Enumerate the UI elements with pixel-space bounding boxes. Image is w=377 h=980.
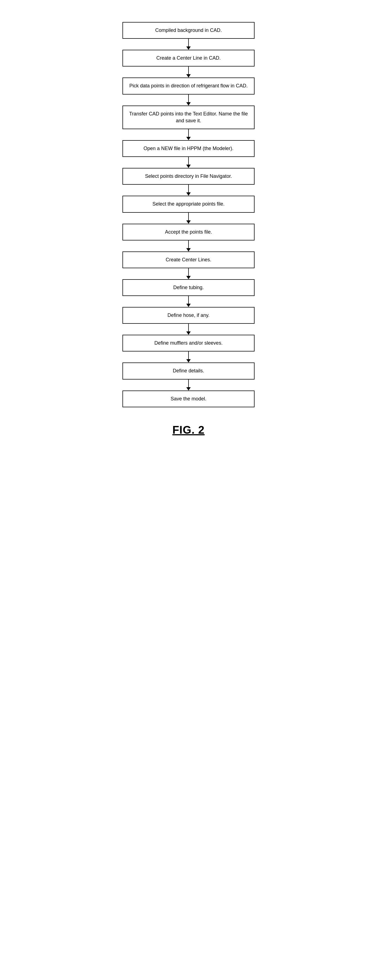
flow-box-step11: Define hose, if any. <box>123 307 254 324</box>
arrow-line <box>188 94 189 102</box>
arrow-head <box>186 304 191 307</box>
arrow-0 <box>186 39 191 50</box>
figure-label: FIG. 2 <box>172 424 204 436</box>
flow-box-step6: Select points directory in File Navigato… <box>123 168 254 185</box>
flow-box-step2: Create a Center Line in CAD. <box>123 50 254 67</box>
diagram-container: Compiled background in CAD.Create a Cent… <box>106 11 271 453</box>
arrow-head <box>186 359 191 363</box>
arrow-line <box>188 157 189 165</box>
arrow-head <box>186 46 191 50</box>
arrow-head <box>186 248 191 251</box>
arrow-7 <box>186 240 191 251</box>
arrow-line <box>188 129 189 137</box>
arrow-10 <box>186 324 191 335</box>
arrow-head <box>186 74 191 78</box>
arrow-2 <box>186 94 191 105</box>
arrow-head <box>186 220 191 224</box>
flow-box-step10: Define tubing. <box>123 279 254 296</box>
arrow-8 <box>186 268 191 279</box>
flow-box-step3: Pick data points in direction of refrige… <box>123 78 254 94</box>
flow-box-step1: Compiled background in CAD. <box>123 22 254 39</box>
flow-box-step13: Define details. <box>123 363 254 379</box>
arrow-head <box>186 165 191 168</box>
arrow-5 <box>186 185 191 196</box>
flow-box-step9: Create Center Lines. <box>123 251 254 268</box>
flow-box-step4: Transfer CAD points into the Text Editor… <box>123 105 254 129</box>
arrow-line <box>188 240 189 248</box>
flow-box-step5: Open a NEW file in HPPM (the Modeler). <box>123 140 254 157</box>
arrow-line <box>188 39 189 46</box>
arrow-6 <box>186 213 191 224</box>
flow-box-step14: Save the model. <box>123 390 254 407</box>
arrow-head <box>186 102 191 105</box>
arrow-line <box>188 67 189 74</box>
flow-box-step8: Accept the points file. <box>123 224 254 240</box>
arrow-line <box>188 213 189 220</box>
arrow-head <box>186 192 191 196</box>
arrow-9 <box>186 296 191 307</box>
arrow-3 <box>186 129 191 140</box>
arrow-head <box>186 276 191 279</box>
arrow-4 <box>186 157 191 168</box>
arrow-11 <box>186 352 191 363</box>
arrow-12 <box>186 380 191 390</box>
arrow-head <box>186 387 191 390</box>
arrow-line <box>188 268 189 276</box>
flow-box-step12: Define mufflers and/or sleeves. <box>123 335 254 352</box>
arrow-line <box>188 352 189 359</box>
arrow-1 <box>186 67 191 78</box>
flow-box-step7: Select the appropriate points file. <box>123 196 254 212</box>
arrow-head <box>186 137 191 140</box>
arrow-head <box>186 331 191 335</box>
arrow-line <box>188 296 189 304</box>
arrow-line <box>188 380 189 387</box>
arrow-line <box>188 185 189 192</box>
arrow-line <box>188 324 189 331</box>
